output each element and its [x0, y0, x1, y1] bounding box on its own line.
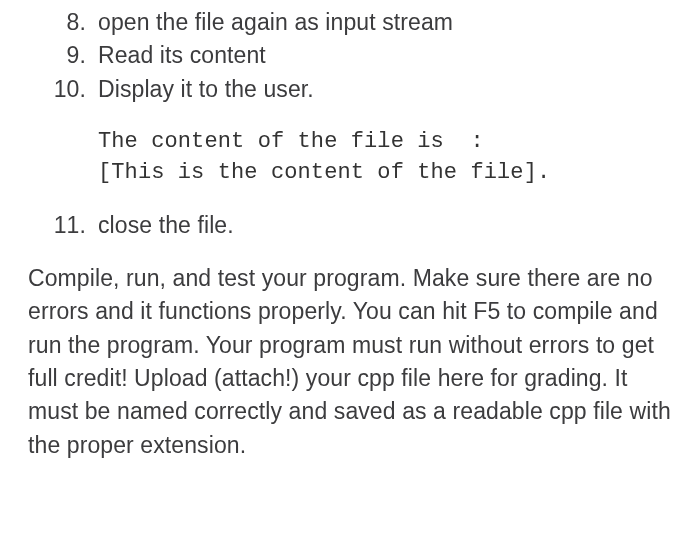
step-text: close the file. — [98, 212, 234, 238]
document-body: 8. open the file again as input stream 9… — [0, 0, 700, 462]
step-item-8: 8. open the file again as input stream — [28, 6, 680, 39]
step-item-11: 11. close the file. — [28, 209, 680, 242]
step-item-10: 10. Display it to the user. — [28, 73, 680, 106]
step-text: Read its content — [98, 42, 266, 68]
code-output-block: The content of the file is : [This is th… — [98, 126, 680, 188]
step-item-9: 9. Read its content — [28, 39, 680, 72]
step-number: 9. — [28, 39, 86, 72]
step-number: 10. — [28, 73, 86, 106]
step-list: 8. open the file again as input stream 9… — [28, 6, 680, 106]
instructions-paragraph: Compile, run, and test your program. Mak… — [28, 262, 680, 462]
step-number: 11. — [28, 209, 86, 242]
step-number: 8. — [28, 6, 86, 39]
step-text: open the file again as input stream — [98, 9, 453, 35]
step-text: Display it to the user. — [98, 76, 314, 102]
step-list-continued: 11. close the file. — [28, 209, 680, 242]
